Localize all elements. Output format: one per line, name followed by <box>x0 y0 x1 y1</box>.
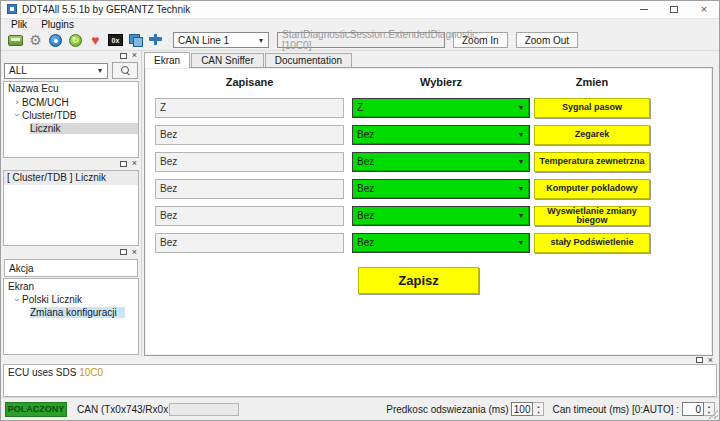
choice-select[interactable]: Bez ▾ <box>352 179 530 199</box>
close-icon: × <box>701 4 707 15</box>
choice-select[interactable]: Bez ▾ <box>352 233 530 253</box>
choice-select[interactable]: Bez ▾ <box>352 206 530 226</box>
settings-gear-icon[interactable]: ⚙ <box>27 33 44 48</box>
main-panel: Ekran CAN Sniffer Documentation Zapisane… <box>142 51 719 356</box>
toolbar: ⚙ ↻ ♥ 0x CAN Line 1 ▾ StartDiagnosticSes… <box>1 31 719 51</box>
saved-value-field: Z <box>155 98 344 118</box>
action-button[interactable]: Temperatura zewnetrzna <box>534 152 650 172</box>
action-button[interactable]: stały Podświetlenie <box>534 233 650 253</box>
ecu-dock-header: × <box>1 51 141 61</box>
window-title: DDT4All 5.5.1b by GERANTZ Technik <box>22 4 190 15</box>
choice-value: Bez <box>357 183 374 194</box>
can-timeout-label: Can timeout (ms) [0:AUTO] : <box>552 404 679 415</box>
connect-icon[interactable] <box>47 33 64 48</box>
zoom-out-button[interactable]: Zoom Out <box>516 32 578 48</box>
float-dock-icon[interactable] <box>120 161 127 167</box>
can-valve-icon[interactable] <box>147 33 164 48</box>
chevron-expanded-icon[interactable]: › <box>12 110 22 120</box>
list-item-cluster-licznik[interactable]: [ Cluster/TDB ] Licznik <box>4 171 138 185</box>
maximize-button[interactable] <box>659 1 689 18</box>
chevron-down-icon: ▾ <box>477 36 481 45</box>
close-dock-icon[interactable]: × <box>132 248 137 257</box>
log-dock-header: × <box>1 356 719 364</box>
can-line-value: CAN Line 1 <box>178 35 229 46</box>
sidebar-item-licznik[interactable]: Licznik <box>4 122 138 135</box>
close-dock-icon[interactable]: × <box>132 159 137 168</box>
sidebar-item-cluster-tdb[interactable]: › Cluster/TDB <box>4 109 138 122</box>
ecu-filter-value: ALL <box>9 65 27 76</box>
chevron-down-icon: ▾ <box>254 36 268 45</box>
screens-icon[interactable] <box>127 33 144 48</box>
saved-value-field: Bez <box>155 233 344 253</box>
table-row: Bez Bez ▾ Zegarek <box>155 125 712 145</box>
chevron-down-icon: ▾ <box>515 236 527 250</box>
actions-tree: Ekran › Polski Licznik Zmiana konfigurac… <box>3 278 139 355</box>
left-dock-column: × ALL ▾ Nazwa Ecu › BCM/UCH › Cluster/TD… <box>1 51 142 356</box>
config-rows: Z Z ▾ Sygnal pasow Bez Bez ▾ Zegarek Bez… <box>155 98 712 253</box>
screens-list: [ Cluster/TDB ] Licznik <box>3 170 139 247</box>
hex-editor-icon[interactable]: 0x <box>107 33 124 48</box>
minimize-button[interactable] <box>629 1 659 18</box>
interface-file-icon[interactable] <box>7 33 24 48</box>
close-dock-icon[interactable]: × <box>132 51 137 60</box>
ecu-tree: Nazwa Ecu › BCM/UCH › Cluster/TDB Liczni… <box>3 81 139 158</box>
chevron-expanded-icon[interactable]: › <box>12 295 22 305</box>
table-row: Bez Bez ▾ stały Podświetlenie <box>155 233 712 253</box>
saved-value-field: Bez <box>155 125 344 145</box>
session-value: StartDiagnosticSession.ExtendedDiagnosti… <box>282 29 477 51</box>
col-zapisane: Zapisane <box>155 76 344 92</box>
screens-dock-header: × <box>1 158 141 170</box>
table-row: Bez Bez ▾ Wyswietlanie zmiany biegow <box>155 206 712 226</box>
col-wybierz: Wybierz <box>352 76 530 92</box>
chevron-down-icon: ▾ <box>515 128 527 142</box>
saved-value-field: Bez <box>155 152 344 172</box>
search-button[interactable] <box>112 62 138 79</box>
tab-can-sniffer[interactable]: CAN Sniffer <box>191 53 264 68</box>
float-dock-icon[interactable] <box>120 53 127 59</box>
log-code: 10C0 <box>79 367 103 378</box>
tab-documentation[interactable]: Documentation <box>265 53 352 68</box>
tree-item-polski-licznik[interactable]: › Polski Licznik <box>4 293 138 306</box>
log-output: ECU uses SDS 10C0 <box>3 364 717 397</box>
action-button[interactable]: Zegarek <box>534 125 650 145</box>
spin-down-icon[interactable]: ▼ <box>533 409 543 415</box>
close-button[interactable]: × <box>689 1 719 18</box>
menu-plik[interactable]: Plik <box>5 19 33 30</box>
chevron-down-icon: ▾ <box>515 155 527 169</box>
choice-select[interactable]: Z ▾ <box>352 98 530 118</box>
sidebar-item-bcm-uch[interactable]: › BCM/UCH <box>4 96 138 109</box>
tab-ekran[interactable]: Ekran <box>144 52 190 68</box>
float-dock-icon[interactable] <box>120 249 127 255</box>
refresh-rate-stepper[interactable]: 100 ▲ ▼ <box>511 402 544 416</box>
search-icon <box>121 66 130 75</box>
favorites-heart-icon[interactable]: ♥ <box>87 33 104 48</box>
choice-value: Bez <box>357 237 374 248</box>
save-button[interactable]: Zapisz <box>358 267 479 294</box>
app-window: DDT4All 5.5.1b by GERANTZ Technik × Plik… <box>0 0 720 421</box>
chevron-down-icon: ▾ <box>93 66 107 75</box>
tree-item-zmiana-konfiguracji[interactable]: Zmiana konfiguracji <box>4 306 138 319</box>
refresh-rate-value[interactable]: 100 <box>511 402 533 416</box>
chevron-right-icon[interactable]: › <box>12 97 22 107</box>
can-line-select[interactable]: CAN Line 1 ▾ <box>173 32 269 48</box>
can-timeout-value[interactable]: 0 <box>682 402 704 416</box>
minimize-icon <box>640 9 648 10</box>
status-bar: POLACZONY CAN (Tx0x743/Rx0x763)@10K Pred… <box>1 397 719 420</box>
screen-frame: Zapisane Wybierz Zmien Z Z ▾ Sygnal paso… <box>144 67 713 356</box>
action-button[interactable]: Sygnal pasow <box>534 98 650 118</box>
session-select[interactable]: StartDiagnosticSession.ExtendedDiagnosti… <box>277 32 445 48</box>
choice-select[interactable]: Bez ▾ <box>352 125 530 145</box>
action-button[interactable]: Wyswietlanie zmiany biegow <box>534 206 650 226</box>
choice-value: Bez <box>357 210 374 221</box>
progress-bar <box>169 403 239 416</box>
actions-dock-header: × <box>1 246 141 258</box>
refresh-rate-label: Predkosc odswiezania (ms) <box>386 404 508 415</box>
menu-plugins[interactable]: Plugins <box>35 19 80 30</box>
action-button[interactable]: Komputer pokladowy <box>534 179 650 199</box>
refresh-icon[interactable]: ↻ <box>67 33 84 48</box>
resize-grip[interactable] <box>708 409 718 419</box>
title-bar: DDT4All 5.5.1b by GERANTZ Technik × <box>1 1 719 19</box>
ecu-filter-select[interactable]: ALL ▾ <box>4 63 108 79</box>
choice-select[interactable]: Bez ▾ <box>352 152 530 172</box>
float-dock-icon[interactable] <box>696 357 703 363</box>
